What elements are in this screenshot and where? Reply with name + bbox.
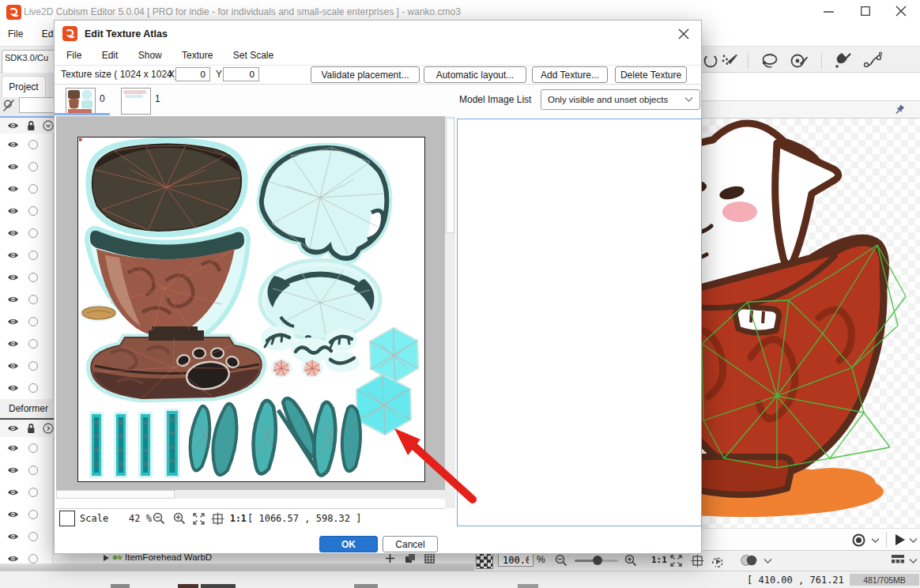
arc-tool-icon[interactable] (703, 53, 718, 69)
chevron-down-icon[interactable] (909, 558, 918, 564)
pin-icon[interactable] (893, 104, 907, 117)
object-row[interactable] (0, 503, 52, 526)
minimize-button[interactable] (824, 11, 835, 13)
chevron-circle-right-icon[interactable] (43, 423, 54, 434)
visibility-eye-icon[interactable] (7, 185, 19, 193)
play-icon[interactable] (894, 533, 906, 546)
chevron-down-icon[interactable] (764, 558, 772, 564)
visibility-eye-icon[interactable] (7, 207, 19, 215)
visibility-eye-icon[interactable] (7, 163, 19, 171)
zoom-in-icon[interactable] (173, 512, 186, 525)
object-row[interactable] (0, 222, 52, 244)
expander-arrow-icon[interactable] (103, 554, 110, 562)
lasso-tool-icon[interactable] (760, 52, 780, 70)
select-radio-icon[interactable] (28, 532, 38, 541)
atlas-bg-color-swatch[interactable] (59, 511, 75, 526)
fit-view-icon[interactable] (669, 554, 683, 567)
grid-icon[interactable] (424, 553, 435, 564)
visibility-eye-icon[interactable] (7, 488, 19, 496)
object-row[interactable] (0, 156, 52, 178)
visibility-eye-icon[interactable] (7, 533, 19, 541)
object-row[interactable] (0, 377, 52, 399)
zoom-out-icon[interactable] (153, 512, 165, 525)
dialog-close-button[interactable] (678, 28, 689, 40)
select-radio-icon[interactable] (28, 317, 38, 326)
model-viewport[interactable] (702, 119, 920, 528)
x-offset-input[interactable] (175, 67, 210, 81)
visibility-eye-icon[interactable] (7, 555, 19, 563)
maximize-button[interactable] (861, 6, 870, 16)
dialog-menu-file[interactable]: File (58, 46, 90, 65)
select-radio-icon[interactable] (28, 554, 38, 564)
zoom-out-icon[interactable] (555, 554, 567, 567)
object-row[interactable] (0, 244, 52, 266)
select-radio-icon[interactable] (28, 510, 38, 519)
viewport-zoom-input[interactable] (498, 553, 534, 567)
atlas-ratio-label[interactable]: 1:1 (230, 513, 247, 524)
visibility-eye-icon[interactable] (7, 444, 19, 452)
select-radio-icon[interactable] (28, 140, 38, 149)
sdk-version-combo[interactable]: SDK3.0/Cu (2, 50, 57, 74)
duplicate-icon[interactable] (405, 553, 416, 564)
object-row[interactable] (0, 178, 52, 200)
atlas-hscrollbar-thumb[interactable] (56, 490, 175, 499)
project-object-list[interactable] (0, 134, 52, 399)
visibility-eye-icon[interactable] (7, 251, 19, 259)
select-radio-icon[interactable] (28, 361, 38, 371)
visibility-eye-icon[interactable] (7, 273, 19, 281)
dialog-menu-edit[interactable]: Edit (93, 46, 127, 65)
object-row[interactable] (0, 459, 52, 481)
visibility-eye-icon[interactable] (7, 511, 19, 518)
menu-file[interactable]: File (0, 24, 31, 44)
texture-tab-1-label[interactable]: 1 (155, 93, 160, 104)
lock-icon[interactable] (26, 120, 36, 131)
texture-tab-0[interactable] (66, 88, 96, 115)
visibility-eye-icon[interactable] (7, 318, 19, 326)
object-filter-dropdown[interactable]: Only visible and unset objects (541, 89, 700, 110)
object-row[interactable] (0, 355, 52, 377)
select-radio-icon[interactable] (28, 339, 38, 349)
layout-table-icon[interactable] (892, 555, 905, 564)
object-row[interactable] (0, 134, 52, 156)
select-radio-icon[interactable] (28, 184, 38, 194)
object-row[interactable] (0, 288, 52, 311)
texture-tab-1[interactable] (121, 88, 151, 115)
delete-texture-button[interactable]: Delete Texture (615, 66, 687, 83)
select-radio-icon[interactable] (28, 466, 38, 475)
path-tool-icon[interactable] (863, 51, 884, 70)
center-view-icon[interactable] (211, 512, 224, 526)
select-radio-icon[interactable] (28, 228, 38, 238)
object-row[interactable] (0, 437, 52, 459)
plus-icon[interactable] (385, 553, 395, 564)
object-row[interactable] (0, 333, 52, 355)
eye-header-icon[interactable] (7, 122, 19, 130)
texture-tab-0-label[interactable]: 0 (100, 93, 105, 104)
dialog-menu-texture[interactable]: Texture (173, 46, 221, 65)
automatic-layout-button[interactable]: Automatic layout... (424, 66, 526, 83)
ok-button[interactable]: OK (319, 536, 378, 552)
lasso-brush-tool-icon[interactable] (790, 52, 809, 71)
chevron-circle-down-icon[interactable] (43, 120, 54, 131)
texture-atlas-page[interactable] (77, 137, 425, 482)
close-button[interactable] (895, 6, 907, 17)
glue-pen-tool-icon[interactable] (832, 50, 853, 72)
visibility-eye-icon[interactable] (7, 384, 19, 392)
object-row[interactable] (0, 526, 52, 548)
visibility-eye-icon[interactable] (7, 229, 19, 237)
chevron-down-icon[interactable] (871, 537, 880, 544)
validate-placement-button[interactable]: Validate placement... (311, 66, 420, 83)
eye-header-icon[interactable] (7, 424, 19, 432)
visibility-eye-icon[interactable] (7, 141, 19, 149)
select-radio-icon[interactable] (28, 488, 38, 497)
model-image-list[interactable] (457, 119, 702, 526)
fit-view-icon[interactable] (192, 512, 205, 526)
select-radio-icon[interactable] (28, 251, 38, 260)
lock-icon[interactable] (26, 423, 36, 434)
y-offset-input[interactable] (223, 67, 259, 81)
background-swatch[interactable] (476, 552, 493, 569)
tab-project[interactable]: Project (2, 76, 46, 97)
ratio-label[interactable]: 1:1 (651, 555, 667, 565)
record-icon[interactable] (852, 533, 865, 547)
object-row[interactable] (0, 200, 52, 222)
visibility-eye-icon[interactable] (7, 296, 19, 303)
